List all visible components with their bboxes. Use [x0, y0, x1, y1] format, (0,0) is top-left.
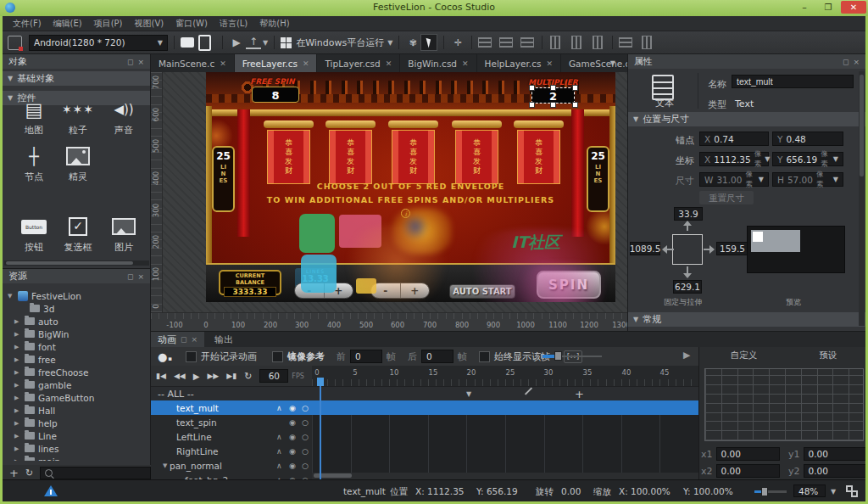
- record-animation-checkbox[interactable]: [186, 351, 197, 362]
- add-keyframe-button[interactable]: +: [575, 388, 584, 400]
- play-icon[interactable]: ▶: [193, 372, 200, 381]
- object-name-input[interactable]: [732, 75, 854, 88]
- resource-folder[interactable]: ▶auto: [3, 315, 151, 328]
- resource-folder[interactable]: ▶freeChoose: [3, 366, 151, 378]
- expand-arrow-icon[interactable]: ▼: [8, 293, 14, 300]
- edit-pencil-icon[interactable]: [525, 387, 532, 395]
- resource-folder[interactable]: ▶free: [3, 353, 151, 366]
- record-icon[interactable]: ●: [158, 350, 167, 363]
- publish-chevron-icon[interactable]: ▼: [263, 39, 268, 47]
- anchor-x-input[interactable]: X0.74: [699, 132, 769, 146]
- align-left-icon[interactable]: [478, 37, 492, 48]
- resolution-dropdown[interactable]: Android(1280 * 720) ▼: [29, 35, 168, 51]
- collapse-icon[interactable]: ∧: [276, 404, 282, 412]
- object-sound[interactable]: ◀)) 声音: [101, 95, 147, 137]
- lock-circle-icon[interactable]: ○: [302, 433, 309, 441]
- margin-bottom-value[interactable]: 629.1: [673, 280, 702, 294]
- close-tab-icon[interactable]: ✕: [220, 59, 226, 68]
- resource-folder[interactable]: ▶main: [3, 455, 65, 461]
- resource-root[interactable]: ▼ FestiveLion: [3, 289, 151, 302]
- close-panel-icon[interactable]: ×: [191, 335, 198, 344]
- distribute-h-icon[interactable]: [619, 37, 632, 48]
- timeline-ruler[interactable]: 0 5 10 15 20 25 30 35 40 45: [312, 366, 698, 386]
- timeline-hscrollbar[interactable]: [312, 473, 698, 479]
- expand-arrow-icon[interactable]: ▶: [14, 318, 21, 325]
- play-icon[interactable]: ▶: [229, 35, 244, 50]
- selection-handle[interactable]: [550, 85, 556, 91]
- expand-arrow-icon[interactable]: ▶: [14, 344, 21, 350]
- tab-bigwin[interactable]: BigWin.csd✕: [400, 54, 476, 72]
- layer-row-pan-normal[interactable]: ▼ pan_normal ∧ ◉ ○: [151, 458, 312, 473]
- close-panel-icon[interactable]: ×: [137, 272, 144, 281]
- expand-arrow-icon[interactable]: ▶: [14, 395, 21, 401]
- tab-animation[interactable]: 动画 ◻ ×: [151, 332, 204, 347]
- resource-folder[interactable]: ▶help: [3, 417, 151, 429]
- resource-folder[interactable]: ▶font: [3, 340, 151, 353]
- tab-tiplayer[interactable]: TipLayer.csd✕: [317, 54, 400, 72]
- float-panel-icon[interactable]: ◻: [181, 335, 186, 344]
- collapse-icon[interactable]: ∧: [276, 433, 282, 441]
- tab-list-chevron-icon[interactable]: ▼: [610, 59, 615, 67]
- selection-handle[interactable]: [572, 102, 578, 108]
- visibility-eye-icon[interactable]: ◉: [289, 462, 296, 470]
- tab-helplayer[interactable]: HelpLayer.cs✕: [477, 54, 561, 72]
- selection-handle[interactable]: [550, 102, 556, 108]
- loop-icon[interactable]: ↻: [244, 371, 252, 382]
- chevron-down-icon[interactable]: ▼: [765, 155, 770, 163]
- run-chevron-icon[interactable]: ▼: [387, 39, 392, 47]
- menu-language[interactable]: 语言(L): [220, 18, 248, 30]
- resource-folder[interactable]: 3d: [3, 302, 151, 315]
- first-frame-icon[interactable]: ▮◀: [156, 372, 166, 380]
- publish-icon[interactable]: ↑: [246, 36, 261, 49]
- curve-tab-preset[interactable]: 预设: [819, 350, 837, 361]
- curve-tab-custom[interactable]: 自定义: [731, 350, 758, 361]
- align-bottom-icon[interactable]: [593, 36, 603, 49]
- lock-circle-icon[interactable]: ○: [302, 462, 309, 470]
- select-tool-icon[interactable]: [420, 34, 437, 51]
- free-spin-counter[interactable]: 8: [252, 87, 299, 103]
- minimize-button[interactable]: –: [793, 2, 815, 13]
- before-frames-input[interactable]: 0: [350, 350, 382, 363]
- resource-search-input[interactable]: [40, 467, 151, 479]
- margin-right-value[interactable]: 159.5: [716, 242, 748, 255]
- layer-filter-dropdown[interactable]: -- ALL --: [158, 389, 194, 400]
- expand-arrow-icon[interactable]: ▶: [14, 433, 21, 440]
- prev-frame-icon[interactable]: ◀◀: [174, 372, 186, 380]
- coord-y-input[interactable]: Y656.19 像素▼: [772, 152, 843, 166]
- collapse-icon[interactable]: ∧: [276, 462, 282, 470]
- object-image[interactable]: 图片: [101, 212, 147, 254]
- portrait-view-icon[interactable]: [198, 35, 211, 51]
- play-forward-icon[interactable]: ▶: [683, 350, 690, 361]
- lock-circle-icon[interactable]: ○: [302, 404, 309, 412]
- properties-scrollbar[interactable]: [859, 71, 865, 326]
- align-right-icon[interactable]: [520, 37, 534, 48]
- selection-handle[interactable]: [529, 102, 535, 108]
- tab-output[interactable]: 输出: [204, 332, 243, 347]
- game-stage[interactable]: FREE SPIN 8 MULTIPLIER 2 25 LINES 25 LIN…: [206, 72, 615, 302]
- object-button[interactable]: Button 按钮: [11, 212, 57, 254]
- close-tab-icon[interactable]: ✕: [303, 59, 309, 68]
- new-project-icon[interactable]: [8, 36, 22, 50]
- after-frames-input[interactable]: 0: [421, 350, 453, 363]
- curve-grid[interactable]: [704, 368, 864, 441]
- expand-arrow-icon[interactable]: ▶: [14, 369, 21, 376]
- red-envelope-4[interactable]: 恭喜发财: [455, 130, 498, 184]
- run-platform-label[interactable]: 在Windows平台运行: [296, 36, 384, 49]
- move-anchor-icon[interactable]: ✛: [450, 35, 465, 50]
- expand-arrow-icon[interactable]: ▶: [14, 331, 21, 338]
- section-collapse-icon[interactable]: ▼: [633, 115, 638, 123]
- close-tab-icon[interactable]: ✕: [386, 59, 392, 68]
- menu-window[interactable]: 窗口(W): [175, 18, 208, 30]
- float-panel-icon[interactable]: ◻: [127, 272, 133, 281]
- margin-top-value[interactable]: 33.9: [674, 207, 703, 221]
- distribute-v-icon[interactable]: [642, 36, 652, 49]
- menu-file[interactable]: 文件(F): [13, 18, 42, 30]
- free-spin-label[interactable]: FREE SPIN: [250, 77, 303, 86]
- resource-folder[interactable]: ▶Line: [3, 429, 151, 442]
- mirror-reference-checkbox[interactable]: [272, 351, 283, 362]
- menu-view[interactable]: 视图(V): [135, 18, 164, 30]
- resource-folder[interactable]: ▶lines: [3, 442, 151, 455]
- margin-left-value[interactable]: 1089.5: [630, 242, 660, 255]
- layer-row-rightline[interactable]: RightLine ∧ ◉ ○: [151, 444, 312, 458]
- section-collapse-icon[interactable]: ▼: [633, 316, 638, 323]
